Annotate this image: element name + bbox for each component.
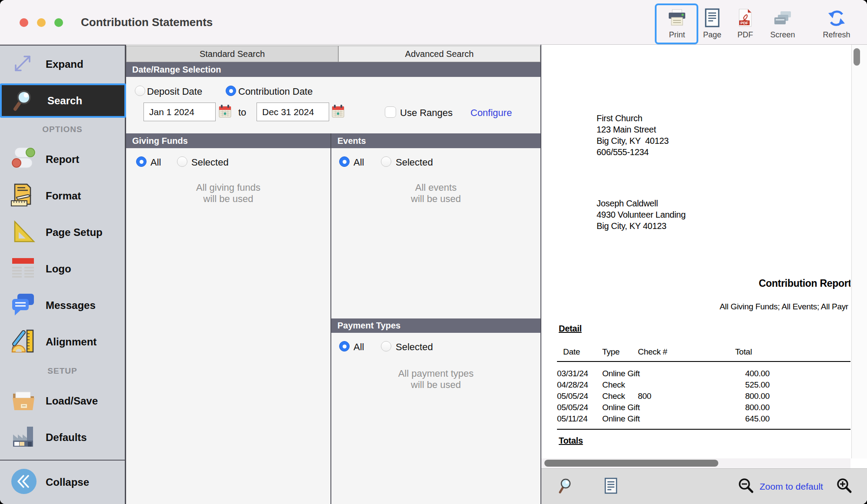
deposit-date-radio[interactable] (135, 86, 145, 96)
pdf-button[interactable]: PDF PDF (725, 4, 765, 44)
to-date-input[interactable] (257, 103, 329, 121)
events-note: All events will be used (331, 182, 540, 205)
tab-standard-search[interactable]: Standard Search (126, 46, 338, 62)
giving-funds-all-label[interactable]: All (150, 157, 161, 168)
sidebar-item-label: Page Setup (46, 226, 103, 239)
to-calendar-icon[interactable] (332, 104, 344, 120)
detail-header-row: Date Type Check # Total (557, 347, 850, 358)
giving-funds-all-radio[interactable] (136, 156, 147, 167)
titlebar: Contribution Statements Print (0, 0, 867, 45)
sidebar-item-label: Search (47, 95, 82, 107)
church-line: 123 Main Street (597, 124, 669, 135)
sidebar-item-logo[interactable]: Logo (0, 251, 125, 287)
printer-icon (667, 7, 687, 30)
events-selected-label[interactable]: Selected (396, 157, 433, 168)
tab-advanced-search[interactable]: Advanced Search (338, 46, 540, 62)
refresh-button[interactable]: Refresh (817, 4, 857, 44)
sidebar-item-label: Alignment (46, 336, 97, 348)
sidebar-item-alignment[interactable]: Alignment (0, 324, 125, 360)
app-window: Contribution Statements Print (0, 0, 867, 504)
giving-funds-selected-label[interactable]: Selected (191, 157, 229, 168)
detail-bottom-rule (557, 429, 850, 430)
pdf-label: PDF (737, 30, 753, 40)
sidebar-item-label: Load/Save (46, 395, 98, 407)
col-date: Date (563, 347, 580, 357)
refresh-icon (827, 7, 847, 30)
zoom-in-icon[interactable] (836, 477, 853, 496)
page-icon (704, 7, 721, 30)
donor-line: 4930 Volunteer Landing (597, 209, 686, 220)
cell-type: Online Gift (602, 403, 640, 412)
sidebar-item-label: Report (46, 153, 79, 166)
donor-line: Big City, KY 40123 (597, 220, 686, 232)
detail-heading: Detail (559, 324, 582, 334)
sidebar-item-collapse[interactable]: Collapse (0, 461, 125, 504)
contribution-date-label[interactable]: Contribution Date (238, 86, 313, 97)
events-title: Events (337, 136, 366, 146)
payment-types-all-label[interactable]: All (353, 342, 364, 353)
from-date-input[interactable] (143, 103, 216, 121)
sidebar-item-label: Expand (46, 58, 83, 70)
date-range-header: Date/Range Selection (126, 62, 540, 77)
donor-address-block: Joseph Caldwell 4930 Volunteer Landing B… (597, 198, 686, 232)
deposit-date-label[interactable]: Deposit Date (147, 86, 202, 97)
use-ranges-label[interactable]: Use Ranges (400, 107, 453, 119)
events-all-radio[interactable] (339, 156, 350, 167)
col-type: Type (602, 347, 620, 357)
vertical-scrollbar[interactable] (851, 45, 867, 458)
table-row: 03/31/24 Online Gift 400.00 (557, 369, 850, 380)
sidebar-item-report[interactable]: Report (0, 141, 125, 178)
sidebar-item-expand[interactable]: Expand (0, 46, 125, 83)
magnifier-tool-icon[interactable] (558, 477, 574, 496)
table-row: 04/28/24 Check 525.00 (557, 380, 850, 391)
zoom-out-icon[interactable] (738, 477, 754, 496)
sidebar: Expand Search OPTIONS (0, 45, 126, 504)
sidebar-item-label: Messages (46, 299, 96, 312)
events-header: Events (331, 133, 540, 148)
zoom-traffic-light[interactable] (54, 18, 63, 27)
giving-funds-header: Giving Funds (126, 133, 330, 148)
events-selected-radio[interactable] (381, 156, 391, 167)
sidebar-item-format[interactable]: Format (0, 178, 125, 214)
report-page: First Church 123 Main Street Big City, K… (541, 45, 850, 458)
giving-funds-selected-radio[interactable] (177, 156, 187, 167)
zoom-to-default-link[interactable]: Zoom to default (760, 481, 823, 492)
payment-types-all-radio[interactable] (339, 341, 350, 351)
sidebar-item-messages[interactable]: Messages (0, 287, 125, 324)
configure-link[interactable]: Configure (470, 107, 512, 119)
cell-date: 04/28/24 (557, 380, 588, 390)
cell-date: 03/31/24 (557, 369, 588, 378)
sidebar-item-load-save[interactable]: Load/Save (0, 383, 125, 419)
horizontal-scrollbar[interactable] (541, 458, 850, 468)
report-subtitle: All Giving Funds; All Events; All Payr (720, 302, 848, 312)
contribution-date-radio[interactable] (226, 86, 236, 96)
events-all-label[interactable]: All (353, 157, 364, 168)
sidebar-item-page-setup[interactable]: Page Setup (0, 214, 125, 251)
horizontal-scrollbar-thumb[interactable] (544, 460, 718, 467)
tab-label: Advanced Search (405, 49, 474, 59)
detail-top-rule (557, 361, 850, 362)
sidebar-item-search[interactable]: Search (0, 83, 126, 118)
table-row: 05/05/24 Check 800 800.00 (557, 391, 850, 403)
note-line: All giving funds (126, 182, 330, 193)
minimize-traffic-light[interactable] (37, 18, 46, 27)
from-calendar-icon[interactable] (219, 104, 231, 120)
page-list-icon[interactable] (604, 477, 618, 496)
cell-date: 05/05/24 (557, 391, 588, 401)
payment-types-note: All payment types will be used (331, 368, 540, 391)
payment-types-selected-label[interactable]: Selected (396, 342, 433, 353)
close-traffic-light[interactable] (20, 18, 28, 27)
print-button[interactable]: Print (657, 4, 697, 44)
use-ranges-checkbox[interactable] (385, 106, 396, 118)
cell-date: 05/11/24 (557, 414, 587, 424)
note-line: will be used (126, 193, 330, 205)
sidebar-item-label: Collapse (46, 476, 89, 488)
screen-button[interactable]: Screen (763, 4, 803, 44)
vertical-scrollbar-thumb[interactable] (854, 48, 860, 66)
col-check: Check # (638, 347, 667, 357)
search-magnifier-icon (12, 88, 37, 114)
sidebar-item-defaults[interactable]: Defaults (0, 419, 125, 456)
col-total: Total (717, 347, 770, 357)
church-line: Big City, KY 40123 (597, 135, 669, 146)
payment-types-selected-radio[interactable] (381, 341, 391, 351)
